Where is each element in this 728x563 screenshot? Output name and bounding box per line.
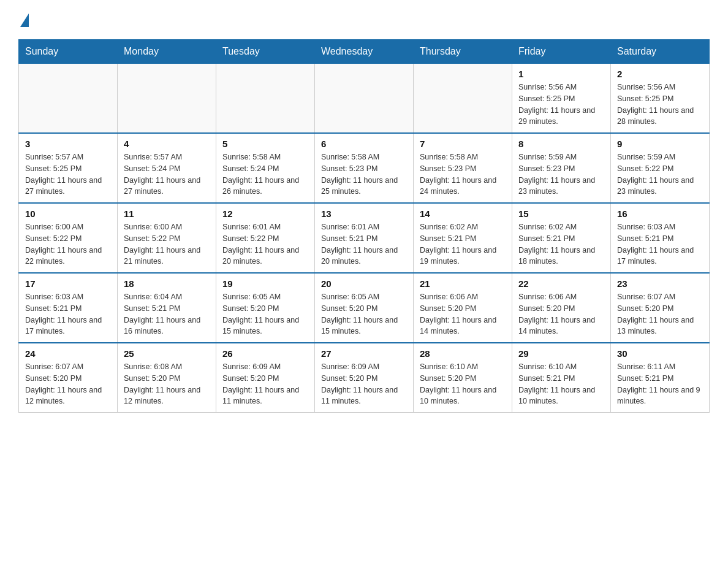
day-number: 27 xyxy=(321,348,407,359)
day-number: 8 xyxy=(518,139,604,149)
logo xyxy=(18,12,29,27)
day-info: Sunrise: 5:57 AM Sunset: 5:24 PM Dayligh… xyxy=(124,151,210,197)
page-header xyxy=(18,12,710,27)
day-info: Sunrise: 5:57 AM Sunset: 5:25 PM Dayligh… xyxy=(25,151,111,197)
day-info: Sunrise: 6:06 AM Sunset: 5:20 PM Dayligh… xyxy=(518,291,604,337)
calendar-cell: 27Sunrise: 6:09 AM Sunset: 5:20 PM Dayli… xyxy=(315,343,414,413)
day-number: 11 xyxy=(124,209,210,219)
calendar-cell: 20Sunrise: 6:05 AM Sunset: 5:20 PM Dayli… xyxy=(315,273,414,343)
day-number: 4 xyxy=(124,139,210,149)
day-of-week-header: Sunday xyxy=(19,40,118,64)
day-number: 22 xyxy=(518,278,604,289)
day-info: Sunrise: 6:01 AM Sunset: 5:21 PM Dayligh… xyxy=(321,221,407,267)
day-number: 25 xyxy=(124,348,210,359)
day-info: Sunrise: 5:56 AM Sunset: 5:25 PM Dayligh… xyxy=(617,82,703,128)
day-number: 19 xyxy=(222,278,308,289)
day-number: 26 xyxy=(222,348,308,359)
day-number: 12 xyxy=(222,209,308,219)
day-info: Sunrise: 5:58 AM Sunset: 5:23 PM Dayligh… xyxy=(321,151,407,197)
calendar-week-row: 10Sunrise: 6:00 AM Sunset: 5:22 PM Dayli… xyxy=(19,203,710,273)
calendar-cell xyxy=(19,64,118,134)
calendar-cell: 7Sunrise: 5:58 AM Sunset: 5:23 PM Daylig… xyxy=(414,133,512,203)
calendar-cell: 11Sunrise: 6:00 AM Sunset: 5:22 PM Dayli… xyxy=(118,203,216,273)
day-number: 30 xyxy=(617,348,703,359)
day-of-week-header: Thursday xyxy=(414,40,512,64)
calendar-cell: 19Sunrise: 6:05 AM Sunset: 5:20 PM Dayli… xyxy=(216,273,315,343)
day-info: Sunrise: 6:07 AM Sunset: 5:20 PM Dayligh… xyxy=(25,361,111,407)
day-number: 1 xyxy=(518,69,604,79)
day-of-week-header: Friday xyxy=(512,40,611,64)
calendar-cell: 23Sunrise: 6:07 AM Sunset: 5:20 PM Dayli… xyxy=(611,273,710,343)
calendar-cell: 26Sunrise: 6:09 AM Sunset: 5:20 PM Dayli… xyxy=(216,343,315,413)
calendar-cell: 14Sunrise: 6:02 AM Sunset: 5:21 PM Dayli… xyxy=(414,203,512,273)
calendar-cell: 12Sunrise: 6:01 AM Sunset: 5:22 PM Dayli… xyxy=(216,203,315,273)
day-info: Sunrise: 6:10 AM Sunset: 5:20 PM Dayligh… xyxy=(420,361,506,407)
day-number: 2 xyxy=(617,69,703,79)
day-number: 23 xyxy=(617,278,703,289)
calendar-cell: 28Sunrise: 6:10 AM Sunset: 5:20 PM Dayli… xyxy=(414,343,512,413)
calendar-cell: 18Sunrise: 6:04 AM Sunset: 5:21 PM Dayli… xyxy=(118,273,216,343)
day-number: 5 xyxy=(222,139,308,149)
day-of-week-header: Wednesday xyxy=(315,40,414,64)
day-number: 3 xyxy=(25,139,111,149)
day-number: 24 xyxy=(25,348,111,359)
day-of-week-header: Monday xyxy=(118,40,216,64)
calendar-cell: 30Sunrise: 6:11 AM Sunset: 5:21 PM Dayli… xyxy=(611,343,710,413)
calendar-cell: 13Sunrise: 6:01 AM Sunset: 5:21 PM Dayli… xyxy=(315,203,414,273)
calendar-cell: 6Sunrise: 5:58 AM Sunset: 5:23 PM Daylig… xyxy=(315,133,414,203)
day-info: Sunrise: 6:09 AM Sunset: 5:20 PM Dayligh… xyxy=(321,361,407,407)
day-info: Sunrise: 5:56 AM Sunset: 5:25 PM Dayligh… xyxy=(518,82,604,128)
calendar-cell: 16Sunrise: 6:03 AM Sunset: 5:21 PM Dayli… xyxy=(611,203,710,273)
day-info: Sunrise: 6:11 AM Sunset: 5:21 PM Dayligh… xyxy=(617,361,703,407)
calendar-week-row: 3Sunrise: 5:57 AM Sunset: 5:25 PM Daylig… xyxy=(19,133,710,203)
day-number: 7 xyxy=(420,139,506,149)
calendar-header-row: SundayMondayTuesdayWednesdayThursdayFrid… xyxy=(19,40,710,64)
day-number: 17 xyxy=(25,278,111,289)
calendar-cell xyxy=(315,64,414,134)
calendar-cell: 3Sunrise: 5:57 AM Sunset: 5:25 PM Daylig… xyxy=(19,133,118,203)
calendar-cell: 24Sunrise: 6:07 AM Sunset: 5:20 PM Dayli… xyxy=(19,343,118,413)
day-info: Sunrise: 6:08 AM Sunset: 5:20 PM Dayligh… xyxy=(124,361,210,407)
day-number: 29 xyxy=(518,348,604,359)
day-info: Sunrise: 5:58 AM Sunset: 5:24 PM Dayligh… xyxy=(222,151,308,197)
calendar-cell: 1Sunrise: 5:56 AM Sunset: 5:25 PM Daylig… xyxy=(512,64,611,134)
calendar-cell: 29Sunrise: 6:10 AM Sunset: 5:21 PM Dayli… xyxy=(512,343,611,413)
calendar-week-row: 24Sunrise: 6:07 AM Sunset: 5:20 PM Dayli… xyxy=(19,343,710,413)
calendar-week-row: 17Sunrise: 6:03 AM Sunset: 5:21 PM Dayli… xyxy=(19,273,710,343)
calendar-cell: 17Sunrise: 6:03 AM Sunset: 5:21 PM Dayli… xyxy=(19,273,118,343)
day-info: Sunrise: 6:03 AM Sunset: 5:21 PM Dayligh… xyxy=(617,221,703,267)
calendar-cell: 22Sunrise: 6:06 AM Sunset: 5:20 PM Dayli… xyxy=(512,273,611,343)
calendar-cell xyxy=(216,64,315,134)
day-info: Sunrise: 6:07 AM Sunset: 5:20 PM Dayligh… xyxy=(617,291,703,337)
day-number: 13 xyxy=(321,209,407,219)
day-of-week-header: Tuesday xyxy=(216,40,315,64)
day-info: Sunrise: 5:58 AM Sunset: 5:23 PM Dayligh… xyxy=(420,151,506,197)
calendar-cell: 21Sunrise: 6:06 AM Sunset: 5:20 PM Dayli… xyxy=(414,273,512,343)
day-info: Sunrise: 6:04 AM Sunset: 5:21 PM Dayligh… xyxy=(124,291,210,337)
day-info: Sunrise: 6:06 AM Sunset: 5:20 PM Dayligh… xyxy=(420,291,506,337)
day-number: 14 xyxy=(420,209,506,219)
calendar-cell: 9Sunrise: 5:59 AM Sunset: 5:22 PM Daylig… xyxy=(611,133,710,203)
calendar-cell: 15Sunrise: 6:02 AM Sunset: 5:21 PM Dayli… xyxy=(512,203,611,273)
day-info: Sunrise: 6:00 AM Sunset: 5:22 PM Dayligh… xyxy=(25,221,111,267)
calendar-week-row: 1Sunrise: 5:56 AM Sunset: 5:25 PM Daylig… xyxy=(19,64,710,134)
day-number: 18 xyxy=(124,278,210,289)
day-of-week-header: Saturday xyxy=(611,40,710,64)
day-info: Sunrise: 5:59 AM Sunset: 5:23 PM Dayligh… xyxy=(518,151,604,197)
day-info: Sunrise: 6:01 AM Sunset: 5:22 PM Dayligh… xyxy=(222,221,308,267)
day-number: 15 xyxy=(518,209,604,219)
day-info: Sunrise: 6:00 AM Sunset: 5:22 PM Dayligh… xyxy=(124,221,210,267)
day-info: Sunrise: 6:05 AM Sunset: 5:20 PM Dayligh… xyxy=(222,291,308,337)
calendar-table: SundayMondayTuesdayWednesdayThursdayFrid… xyxy=(18,39,710,413)
calendar-cell: 25Sunrise: 6:08 AM Sunset: 5:20 PM Dayli… xyxy=(118,343,216,413)
calendar-cell: 5Sunrise: 5:58 AM Sunset: 5:24 PM Daylig… xyxy=(216,133,315,203)
day-info: Sunrise: 6:02 AM Sunset: 5:21 PM Dayligh… xyxy=(420,221,506,267)
calendar-cell: 2Sunrise: 5:56 AM Sunset: 5:25 PM Daylig… xyxy=(611,64,710,134)
calendar-cell: 10Sunrise: 6:00 AM Sunset: 5:22 PM Dayli… xyxy=(19,203,118,273)
day-number: 9 xyxy=(617,139,703,149)
day-number: 28 xyxy=(420,348,506,359)
day-info: Sunrise: 5:59 AM Sunset: 5:22 PM Dayligh… xyxy=(617,151,703,197)
day-number: 16 xyxy=(617,209,703,219)
calendar-cell xyxy=(118,64,216,134)
day-info: Sunrise: 6:10 AM Sunset: 5:21 PM Dayligh… xyxy=(518,361,604,407)
